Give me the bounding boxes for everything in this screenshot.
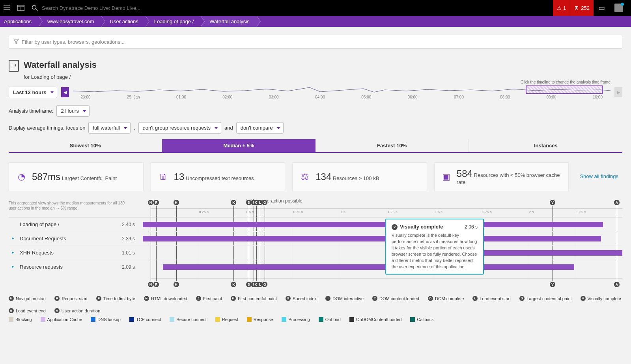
card-value: 584 (457, 168, 472, 179)
shield-count: 252 (581, 5, 590, 11)
timeline-sparkline[interactable]: Click the timeline to change the analysi… (73, 85, 610, 99)
user-menu[interactable] (610, 4, 628, 12)
row-label: Loading of page / (20, 221, 59, 227)
crumb-applications[interactable]: Applications (0, 16, 39, 27)
problems-badge[interactable]: ⚠1 (553, 0, 570, 16)
search-box[interactable] (32, 5, 144, 11)
legend-color-dns-lookup: DNS lookup (91, 317, 121, 322)
card-value: 13 (174, 171, 185, 182)
svg-line-4 (36, 9, 38, 11)
dashboard-icon[interactable] (17, 4, 24, 11)
card-label: Resources > 100 kB (333, 175, 379, 181)
legend-marker-N: NNavigation start (9, 296, 46, 301)
row-label: XHR Requests (20, 250, 54, 256)
chevron-right-icon[interactable]: ▸ (12, 250, 14, 255)
legend-marker-D: DDOM complete (428, 296, 464, 301)
timeline-prev[interactable]: ◀ (61, 87, 69, 97)
timeline-hint: Click the timeline to change the analysi… (521, 80, 610, 84)
finding-card-0[interactable]: ◔587ms Largest Contentful Paint (9, 162, 144, 191)
legend-color-callback: Callback (410, 317, 433, 322)
waterfall-bar (143, 222, 603, 227)
crumb-user-actions[interactable]: User actions (101, 16, 146, 27)
legend-marker-I: IDOM interactive (325, 296, 364, 301)
card-icon: ◔ (16, 172, 26, 182)
row-value: 2.40 s (119, 222, 143, 227)
topbar: ⚠1 ⛨252 ▭ (0, 0, 631, 16)
tab-fastest-10-[interactable]: Fastest 10% (316, 139, 469, 152)
legend-color-processing: Processing (282, 317, 310, 322)
crumb-app-name[interactable]: www.easytravel.com (39, 16, 101, 27)
display-prefix: Display average timings, focus on (9, 125, 85, 131)
page-title: Waterfall analysis (24, 60, 97, 70)
waterfall-bar (163, 264, 574, 270)
focus-dropdown[interactable]: full waterfall (88, 122, 131, 134)
timeframe-dropdown[interactable]: Last 12 hours (9, 87, 57, 98)
filter-bar[interactable]: Filter by user types, browsers, geolocat… (9, 35, 622, 49)
show-all-findings[interactable]: Show all findings (576, 171, 622, 182)
chat-icon[interactable]: ▭ (594, 4, 610, 12)
row-value: 2.39 s (119, 236, 143, 241)
tab-slowest-10-[interactable]: Slowest 10% (9, 139, 162, 152)
tooltip-value: 2.06 s (465, 224, 478, 230)
finding-card-3[interactable]: ▣584 Resources with < 50% browser cache … (434, 162, 569, 191)
crumb-loading-page[interactable]: Loading of page / (146, 16, 201, 27)
tooltip-title: Visually complete (400, 223, 443, 231)
waterfall-chart: This aggregated view shows the median me… (9, 201, 622, 279)
waterfall-row[interactable]: ▸XHR Requests1.01 s (9, 245, 622, 260)
waterfall-tabs: Slowest 10%Median ± 5%Fastest 10%Instanc… (9, 139, 622, 153)
tooltip-marker-icon: V (392, 224, 398, 230)
timeline-selection[interactable] (526, 85, 603, 94)
waterfall-row[interactable]: ▸Resource requests2.09 s (9, 260, 622, 274)
search-icon (32, 5, 38, 11)
timeline-next[interactable]: ▶ (614, 87, 622, 97)
waterfall-page-icon: ⋮⋮ (9, 60, 19, 72)
finding-card-1[interactable]: 🗎13 Uncompressed text resources (151, 162, 286, 191)
breadcrumb: Applications www.easytravel.com User act… (0, 16, 631, 27)
waterfall-row[interactable]: ▸Document Requests2.39 s (9, 231, 622, 245)
card-icon: ▣ (442, 172, 451, 182)
filter-icon (14, 39, 19, 44)
alert-icon: ⚠ (557, 5, 562, 11)
legend-color-application-cache: Application Cache (41, 317, 82, 322)
tab-median-5-[interactable]: Median ± 5% (162, 139, 315, 152)
card-value: 587ms (32, 171, 60, 182)
legend-color-request: Request (215, 317, 238, 322)
card-label: Uncompressed text resources (186, 175, 254, 181)
legend-marker-E: ELoad event end (9, 308, 46, 313)
row-label: Resource requests (20, 264, 63, 270)
alert-count: 1 (563, 5, 566, 11)
tab-instances[interactable]: Instances (469, 139, 622, 152)
card-icon: 🗎 (158, 172, 168, 182)
legend-marker-L: LLoad event start (472, 296, 511, 301)
row-value: 1.01 s (119, 250, 143, 256)
legend-marker-V: VVisually complete (581, 296, 621, 301)
card-value: 134 (316, 171, 331, 182)
compare-dropdown[interactable]: don't compare (236, 122, 284, 134)
card-label: Largest Contentful Paint (62, 175, 117, 181)
legend-color-response: Response (247, 317, 273, 322)
menu-button[interactable] (3, 4, 10, 11)
legend-color-secure-connect: Secure connect (170, 317, 206, 322)
shield-icon: ⛨ (574, 5, 579, 11)
legend-marker-K: KFirst contentful paint (231, 296, 277, 301)
card-icon: ⚖ (300, 172, 310, 182)
legend-marker-C: CDOM content loaded (372, 296, 419, 301)
security-badge[interactable]: ⛨252 (570, 0, 594, 16)
finding-card-2[interactable]: ⚖134 Resources > 100 kB (292, 162, 427, 191)
waterfall-bar (143, 236, 601, 241)
legend-marker-J: JFirst paint (196, 296, 222, 301)
row-label: Document Requests (20, 236, 66, 241)
legend-marker-F: FTime to first byte (96, 296, 135, 301)
group-dropdown[interactable]: don't group resource requests (138, 122, 221, 134)
chevron-right-icon[interactable]: ▸ (12, 236, 14, 241)
analysis-tf-dropdown[interactable]: 2 Hours (56, 105, 90, 117)
search-input[interactable] (42, 5, 144, 11)
page-subtitle: for Loading of page / (24, 74, 622, 80)
crumb-waterfall[interactable]: Waterfall analysis (201, 16, 256, 27)
legend-marker-H: HHTML downloaded (144, 296, 187, 301)
analysis-tf-label: Analysis timeframe: (9, 108, 53, 114)
legend-marker-G: GLargest contentful paint (519, 296, 571, 301)
chevron-right-icon[interactable]: ▸ (12, 264, 14, 269)
legend-marker-A: AUser action duration (54, 308, 100, 313)
legend-marker-R: RRequest start (54, 296, 87, 301)
